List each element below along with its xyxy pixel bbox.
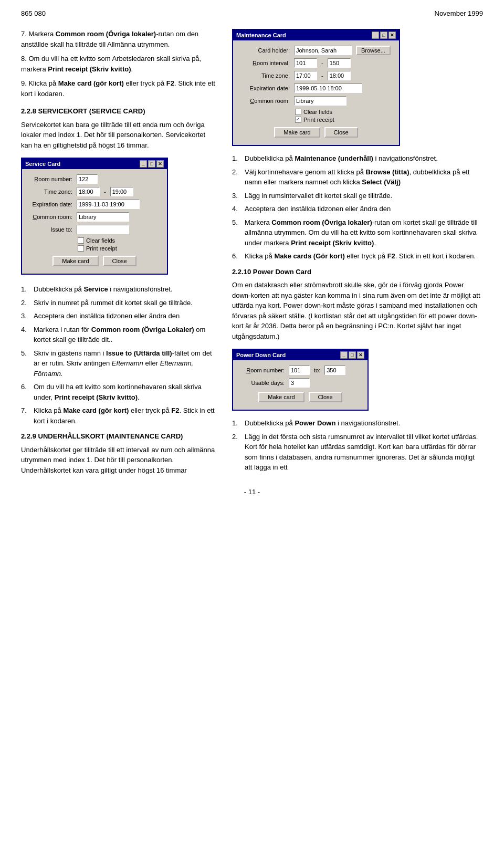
power-room-from[interactable] [289, 366, 310, 375]
power-down-dialog: Power Down Card _ □ ✕ Room number: to: U… [232, 349, 369, 411]
card-holder-row: Card holder: Browse... [239, 46, 393, 55]
minimize-button[interactable]: _ [140, 160, 147, 168]
maint-print-receipt-row: Print receipt [295, 117, 393, 123]
power-usable-days-label: Usable days: [239, 380, 287, 386]
maint-step-5: 5. Markera Common room (Övriga lokaler)-… [232, 217, 483, 248]
section-229-body: Underhållskortet ger tillträde till ett … [21, 445, 215, 476]
power-step-2: 2. Lägg in det första och sista rumsnumr… [232, 432, 483, 473]
power-close-btn[interactable]: ✕ [357, 351, 364, 359]
maint-step-6: 6. Klicka på Make cards (Gör kort) eller… [232, 251, 483, 262]
service-card-titlebar: Service Card _ □ ✕ [22, 159, 167, 169]
issue-to-input[interactable] [77, 225, 129, 234]
maint-common-room-input[interactable] [294, 96, 346, 106]
power-step-1: 1. Dubbelklicka på Power Down i navigati… [232, 418, 483, 429]
maint-time-zone-label: Time zone: [239, 72, 292, 79]
service-card-dialog: Service Card _ □ ✕ Room number: Time zon… [21, 158, 168, 275]
maintenance-body: Card holder: Browse... Room interval: - … [233, 40, 399, 145]
section-228-body: Servicekortet kan bara ge tillträde till… [21, 120, 215, 151]
service-step-5: 5. Skriv in gästens namn i Issue to (Utf… [21, 348, 215, 379]
maint-clear-fields-label: Clear fields [303, 109, 332, 115]
power-usable-days-input[interactable] [289, 378, 310, 388]
maint-close-btn[interactable]: ✕ [388, 32, 396, 39]
power-titlebar-buttons: _ □ ✕ [340, 351, 364, 359]
power-usable-days-row: Usable days: [239, 378, 361, 388]
make-card-button[interactable]: Make card [52, 256, 98, 266]
close-dialog-button[interactable]: Close [103, 256, 136, 266]
maint-time-zone-row: Time zone: - [239, 71, 393, 80]
browse-button[interactable]: Browse... [356, 46, 391, 55]
maint-close-button[interactable]: Close [324, 127, 358, 138]
section-2210: 2.2.10 Power Down Card Om en datakrasch … [232, 267, 483, 342]
maint-step-2: 2. Välj kortinnehavare genom att klicka … [232, 167, 483, 187]
right-column: Maintenance Card _ □ ✕ Card holder: Brow… [232, 29, 483, 483]
room-interval-label: Room interval: [239, 60, 292, 66]
maintenance-card-dialog: Maintenance Card _ □ ✕ Card holder: Brow… [232, 29, 400, 146]
common-room-label: Common room: [28, 214, 75, 220]
room-number-label: Room number: [28, 176, 75, 182]
room-interval-to[interactable] [328, 58, 351, 68]
maint-clear-fields-checkbox[interactable] [295, 109, 301, 115]
intro-p9: 9. Klicka på Make card (gör kort) eller … [21, 78, 215, 99]
print-receipt-row: Print receipt [78, 245, 161, 252]
maint-common-room-label: Common room: [239, 98, 292, 104]
maint-print-receipt-checkbox[interactable] [295, 117, 301, 123]
room-interval-row: Room interval: - [239, 58, 393, 68]
service-steps-list: 1. Dubbelklicka på Service i navigations… [21, 284, 215, 426]
maint-expiration-input[interactable] [294, 84, 362, 93]
maximize-button[interactable]: □ [148, 160, 155, 168]
expiration-input[interactable] [77, 200, 140, 209]
issue-to-row: Issue to: [28, 225, 161, 234]
room-number-input[interactable] [77, 174, 98, 184]
maint-checkboxes: Clear fields Print receipt [295, 109, 393, 123]
expiration-row: Expiration date: [28, 200, 161, 209]
power-maximize-btn[interactable]: □ [349, 351, 356, 359]
maint-expiration-label: Expiration date: [239, 85, 292, 91]
power-minimize-btn[interactable]: _ [340, 351, 348, 359]
power-room-label: Room number: [239, 367, 287, 373]
maint-make-card-button[interactable]: Make card [274, 127, 320, 138]
card-holder-input[interactable] [294, 46, 352, 55]
maintenance-title: Maintenance Card [236, 32, 286, 38]
card-holder-label: Card holder: [239, 47, 292, 54]
service-step-1: 1. Dubbelklicka på Service i navigations… [21, 284, 215, 295]
service-step-2: 2. Skriv in numret på rummet dit kortet … [21, 298, 215, 308]
maint-maximize-btn[interactable]: □ [380, 32, 387, 39]
room-number-row: Room number: [28, 174, 161, 184]
page-footer: - 11 - [21, 488, 483, 496]
clear-fields-label: Clear fields [86, 237, 115, 244]
room-interval-from[interactable] [294, 58, 317, 68]
maint-minimize-btn[interactable]: _ [372, 32, 379, 39]
maintenance-steps-list: 1. Dubbelklicka på Maintenance (underhål… [232, 153, 483, 262]
maintenance-titlebar: Maintenance Card _ □ ✕ [233, 30, 399, 40]
titlebar-buttons: _ □ ✕ [140, 160, 164, 168]
maint-clear-fields-row: Clear fields [295, 109, 393, 115]
maint-tz-from[interactable] [294, 71, 317, 80]
clear-fields-checkbox[interactable] [78, 237, 84, 244]
page-number-left: 865 080 [21, 9, 46, 17]
maint-step-4: 4. Acceptera den inställda tidzonen elle… [232, 204, 483, 214]
page-date: November 1999 [435, 9, 484, 17]
maint-buttons: Make card Close [239, 127, 393, 140]
time-zone-from-input[interactable] [77, 187, 100, 196]
print-receipt-checkbox[interactable] [78, 245, 84, 252]
power-close-button[interactable]: Close [309, 392, 342, 402]
close-button[interactable]: ✕ [156, 160, 164, 168]
service-card-title: Service Card [25, 161, 60, 167]
power-room-to[interactable] [324, 366, 345, 375]
power-room-row: Room number: to: [239, 366, 361, 375]
intro-p7: 7. Markera Common room (Övriga lokaler)-… [21, 29, 215, 49]
power-buttons: Make card Close [239, 392, 361, 404]
maint-common-room-row: Common room: [239, 96, 393, 106]
power-down-title: Power Down Card [236, 352, 286, 358]
service-step-3: 3. Acceptera den inställda tidzonen elle… [21, 311, 215, 321]
time-zone-to-input[interactable] [110, 187, 133, 196]
common-room-input[interactable] [77, 212, 129, 222]
power-down-steps-list: 1. Dubbelklicka på Power Down i navigati… [232, 418, 483, 473]
section-229: 2.2.9 UNDERHÅLLSKORT (MAINTENANCE CARD) … [21, 431, 215, 475]
maint-tz-to[interactable] [328, 71, 351, 80]
service-step-6: 6. Om du vill ha ett kvitto som kortinne… [21, 382, 215, 402]
time-zone-separator: - [104, 189, 106, 195]
power-make-card-button[interactable]: Make card [258, 392, 304, 402]
service-checkboxes: Clear fields Print receipt [78, 237, 161, 252]
service-card-body: Room number: Time zone: - Expiration dat… [22, 169, 167, 274]
